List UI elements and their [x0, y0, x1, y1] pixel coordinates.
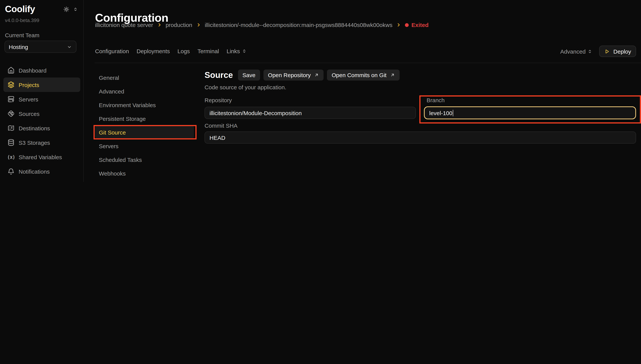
sidebar: Coolify v4.0.0-beta.399 Current Team Hos… [0, 0, 84, 182]
chevron-right-icon [157, 22, 162, 28]
save-button[interactable]: Save [238, 70, 260, 80]
commit-sha-input[interactable]: HEAD [205, 132, 636, 144]
layers-icon [7, 81, 15, 88]
subnav-item-preview-deployments[interactable]: Preview Deployments [95, 181, 194, 182]
chevron-right-icon [196, 22, 201, 28]
sidebar-item-s3-storages[interactable]: S3 Storages [4, 135, 80, 150]
source-header-row: Source Save Open Repository Open Commits… [205, 70, 399, 80]
subnav-item-general[interactable]: General [95, 72, 194, 84]
sidebar-item-label: Shared Variables [19, 154, 62, 160]
subnav-item-persistent-storage[interactable]: Persistent Storage [95, 112, 194, 125]
sidebar-item-label: Sources [19, 110, 40, 117]
repository-input[interactable]: illicitestonion/Module-Decomposition [205, 107, 416, 119]
play-icon [604, 48, 610, 54]
source-heading: Source [205, 70, 233, 80]
team-select-value: Hosting [9, 44, 28, 50]
arrow-up-right-icon [314, 72, 319, 78]
sidebar-item-notifications[interactable]: Notifications [4, 164, 80, 178]
bell-icon [7, 168, 15, 175]
sidebar-item-label: S3 Storages [19, 139, 50, 146]
commit-sha-label: Commit SHA [205, 122, 237, 129]
sidebar-nav: Dashboard Projects Servers Sources Desti… [4, 63, 80, 182]
sidebar-item-label: Dashboard [19, 67, 47, 74]
open-commits-button[interactable]: Open Commits on Git [327, 70, 399, 80]
text-cursor [453, 110, 453, 116]
variable-icon: (x) [7, 153, 15, 161]
breadcrumb-environment[interactable]: production [166, 22, 192, 28]
sidebar-item-projects[interactable]: Projects [4, 78, 80, 92]
branch-label: Branch [427, 97, 445, 103]
tab-divider [95, 63, 641, 63]
branch-input[interactable]: level-100 [424, 106, 636, 119]
source-description: Code source of your application. [205, 84, 286, 90]
sidebar-item-shared-variables[interactable]: (x) Shared Variables [4, 150, 80, 164]
tab-bar: Configuration Deployments Logs Terminal … [95, 48, 247, 54]
database-icon [7, 139, 15, 146]
app-logo: Coolify [5, 4, 35, 14]
breadcrumb: illicitonion quote server production ill… [95, 22, 429, 28]
chevrons-up-down-icon [242, 49, 247, 54]
breadcrumb-application[interactable]: illicitestonion/-module--decomposition:m… [205, 22, 392, 28]
main-content: Configuration illicitonion quote server … [84, 0, 641, 182]
git-source-icon [7, 110, 15, 118]
subnav-item-scheduled-tasks[interactable]: Scheduled Tasks [95, 154, 194, 166]
sidebar-item-sources[interactable]: Sources [4, 106, 80, 121]
tab-deployments[interactable]: Deployments [137, 48, 170, 54]
team-select[interactable]: Hosting [5, 41, 77, 53]
chevron-down-icon [67, 44, 72, 50]
chevrons-up-down-icon [587, 49, 592, 54]
status-text: Exited [411, 22, 428, 28]
config-subnav: General Advanced Environment Variables P… [95, 72, 194, 182]
top-actions: Advanced Deploy [560, 46, 636, 57]
map-icon [7, 124, 15, 132]
server-icon [7, 95, 15, 103]
advanced-menu[interactable]: Advanced [560, 48, 592, 54]
breadcrumb-project[interactable]: illicitonion quote server [95, 22, 153, 28]
open-repository-button[interactable]: Open Repository [263, 70, 324, 80]
sidebar-item-label: Destinations [19, 125, 50, 131]
theme-toggle-sun-icon[interactable] [64, 6, 69, 12]
chevron-right-icon [396, 22, 401, 28]
repository-label: Repository [205, 97, 232, 103]
tab-links[interactable]: Links [227, 48, 247, 54]
sidebar-item-label: Servers [19, 96, 38, 102]
sidebar-collapse-chevrons-icon[interactable] [73, 7, 78, 12]
sidebar-header: Coolify [5, 4, 78, 14]
subnav-item-environment-variables[interactable]: Environment Variables [95, 99, 194, 111]
current-team-label: Current Team [5, 32, 39, 38]
tab-logs[interactable]: Logs [178, 48, 190, 54]
tab-terminal[interactable]: Terminal [198, 48, 219, 54]
sidebar-item-label: Projects [19, 82, 39, 88]
subnav-item-webhooks[interactable]: Webhooks [95, 167, 194, 179]
subnav-item-git-source[interactable]: Git Source [95, 126, 194, 138]
status-badge: Exited [405, 22, 428, 28]
subnav-item-advanced[interactable]: Advanced [95, 85, 194, 97]
app-version: v4.0.0-beta.399 [5, 18, 39, 23]
subnav-item-servers[interactable]: Servers [95, 140, 194, 152]
sidebar-item-servers[interactable]: Servers [4, 92, 80, 106]
sidebar-item-label: Notifications [19, 168, 50, 174]
status-dot-icon [405, 23, 409, 27]
deploy-button[interactable]: Deploy [599, 46, 636, 57]
sidebar-item-dashboard[interactable]: Dashboard [4, 63, 80, 78]
coolify-app: Coolify v4.0.0-beta.399 Current Team Hos… [0, 0, 641, 182]
home-icon [7, 66, 15, 74]
arrow-up-right-icon [390, 72, 395, 78]
sidebar-item-destinations[interactable]: Destinations [4, 121, 80, 135]
sidebar-item-keys-tokens[interactable]: Keys & Tokens [4, 178, 80, 182]
tab-configuration[interactable]: Configuration [95, 48, 129, 54]
